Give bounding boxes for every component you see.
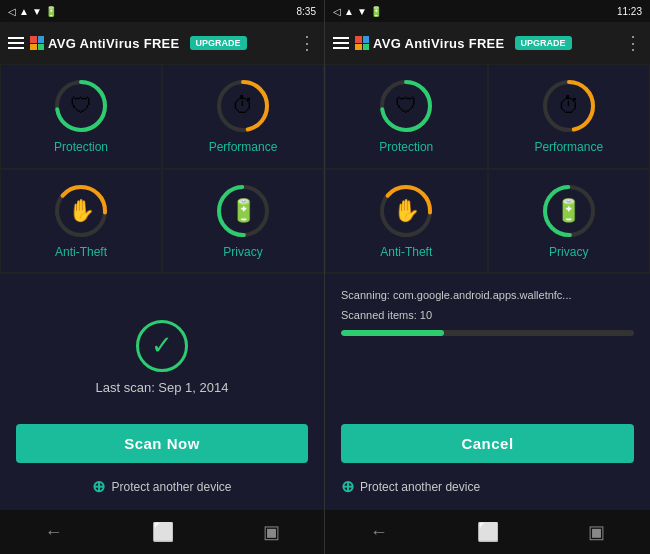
scanning-text1: Scanning: com.google.android.apps.wallet… — [341, 286, 634, 306]
scanning-info: Scanning: com.google.android.apps.wallet… — [325, 274, 650, 344]
antitheft-icon-left: ✋ — [68, 198, 95, 224]
avg-logo-right: AVG AntiVirus FREE — [355, 36, 505, 51]
grid-cell-protection-right[interactable]: 🛡 Protection — [325, 64, 488, 169]
protect-label-left: Protect another device — [111, 480, 231, 494]
antitheft-ring-left: ✋ — [53, 183, 109, 239]
back-arrow-status: ◁ — [8, 6, 16, 17]
avg-logo-squares-left — [30, 36, 44, 50]
scan-status-left: ✓ Last scan: Sep 1, 2014 — [96, 290, 229, 424]
performance-label-left: Performance — [209, 140, 278, 154]
protection-ring-right: 🛡 — [378, 78, 434, 134]
more-icon-left[interactable]: ⋮ — [298, 32, 316, 54]
performance-label-right: Performance — [534, 140, 603, 154]
grid-left: 🛡 Protection ⏱ Performance ✋ — [0, 64, 324, 274]
hamburger-menu-right[interactable] — [333, 37, 349, 49]
wifi-icon: ▲ — [19, 6, 29, 17]
app-title-left: AVG AntiVirus FREE — [48, 36, 180, 51]
avg-logo-left: AVG AntiVirus FREE — [30, 36, 180, 51]
performance-ring-left: ⏱ — [215, 78, 271, 134]
bottom-section-left: ✓ Last scan: Sep 1, 2014 Scan Now ⊕ Prot… — [0, 274, 324, 510]
nav-bar-right: ← ⬜ ▣ — [325, 510, 650, 554]
top-bar-left: AVG AntiVirus FREE UPGRADE ⋮ — [0, 22, 324, 64]
status-bar-left: ◁ ▲ ▼ 🔋 8:35 — [0, 0, 324, 22]
grid-cell-antitheft-left[interactable]: ✋ Anti-Theft — [0, 169, 162, 274]
app-title-right: AVG AntiVirus FREE — [373, 36, 505, 51]
grid-right: 🛡 Protection ⏱ Performance ✋ — [325, 64, 650, 274]
protection-label-right: Protection — [379, 140, 433, 154]
scanning-text2: Scanned items: 10 — [341, 306, 634, 326]
grid-cell-performance-left[interactable]: ⏱ Performance — [162, 64, 324, 169]
status-bar-right: ◁ ▲ ▼ 🔋 11:23 — [325, 0, 650, 22]
battery-icon: 🔋 — [45, 6, 57, 17]
hamburger-menu-left[interactable] — [8, 37, 24, 49]
last-scan-text: Last scan: Sep 1, 2014 — [96, 380, 229, 395]
signal-icon-right: ▼ — [357, 6, 367, 17]
upgrade-badge-left[interactable]: UPGRADE — [190, 36, 247, 50]
right-screen: ◁ ▲ ▼ 🔋 11:23 AVG AntiVirus FREE UPGRADE… — [325, 0, 650, 554]
antitheft-label-left: Anti-Theft — [55, 245, 107, 259]
grid-cell-antitheft-right[interactable]: ✋ Anti-Theft — [325, 169, 488, 274]
nav-back-right[interactable]: ← — [350, 514, 408, 551]
scan-progress-fill — [341, 330, 444, 336]
protection-ring-left: 🛡 — [53, 78, 109, 134]
battery-icon-right: 🔋 — [370, 6, 382, 17]
nav-home-right[interactable]: ⬜ — [457, 513, 519, 551]
status-time-right: 11:23 — [617, 6, 642, 17]
privacy-ring-left: 🔋 — [215, 183, 271, 239]
privacy-label-right: Privacy — [549, 245, 588, 259]
upgrade-badge-right[interactable]: UPGRADE — [515, 36, 572, 50]
checkmark-circle-left: ✓ — [136, 320, 188, 372]
performance-icon-right: ⏱ — [558, 93, 580, 119]
back-arrow-status-right: ◁ — [333, 6, 341, 17]
grid-cell-protection-left[interactable]: 🛡 Protection — [0, 64, 162, 169]
scan-now-button[interactable]: Scan Now — [16, 424, 308, 463]
grid-cell-privacy-left[interactable]: 🔋 Privacy — [162, 169, 324, 274]
antitheft-ring-right: ✋ — [378, 183, 434, 239]
plus-icon-right: ⊕ — [341, 477, 354, 496]
plus-icon-left: ⊕ — [92, 477, 105, 496]
scan-progress-bar — [341, 330, 634, 336]
scan-bottom-right: Cancel ⊕ Protect another device — [325, 344, 650, 510]
performance-ring-right: ⏱ — [541, 78, 597, 134]
signal-icon: ▼ — [32, 6, 42, 17]
nav-home-left[interactable]: ⬜ — [132, 513, 194, 551]
nav-recent-right[interactable]: ▣ — [568, 513, 625, 551]
time-right: 11:23 — [617, 6, 642, 17]
protect-another-right[interactable]: ⊕ Protect another device — [341, 471, 634, 502]
performance-icon-left: ⏱ — [232, 93, 254, 119]
privacy-label-left: Privacy — [223, 245, 262, 259]
wifi-icon-right: ▲ — [344, 6, 354, 17]
nav-back-left[interactable]: ← — [25, 514, 83, 551]
privacy-icon-left: 🔋 — [230, 198, 257, 224]
top-bar-right: AVG AntiVirus FREE UPGRADE ⋮ — [325, 22, 650, 64]
left-screen: ◁ ▲ ▼ 🔋 8:35 AVG AntiVirus FREE UPGRADE … — [0, 0, 325, 554]
grid-cell-performance-right[interactable]: ⏱ Performance — [488, 64, 651, 169]
protection-icon-right: 🛡 — [395, 93, 417, 119]
avg-logo-squares-right — [355, 36, 369, 50]
privacy-ring-right: 🔋 — [541, 183, 597, 239]
status-left-icons: ◁ ▲ ▼ 🔋 — [8, 6, 57, 17]
status-right-icons: ◁ ▲ ▼ 🔋 — [333, 6, 382, 17]
cancel-button[interactable]: Cancel — [341, 424, 634, 463]
protection-icon-left: 🛡 — [70, 93, 92, 119]
more-icon-right[interactable]: ⋮ — [624, 32, 642, 54]
time-left: 8:35 — [297, 6, 316, 17]
nav-bar-left: ← ⬜ ▣ — [0, 510, 324, 554]
privacy-icon-right: 🔋 — [555, 198, 582, 224]
protection-label-left: Protection — [54, 140, 108, 154]
grid-cell-privacy-right[interactable]: 🔋 Privacy — [488, 169, 651, 274]
status-time-left: 8:35 — [297, 6, 316, 17]
antitheft-icon-right: ✋ — [393, 198, 420, 224]
protect-another-left[interactable]: ⊕ Protect another device — [92, 471, 231, 502]
antitheft-label-right: Anti-Theft — [380, 245, 432, 259]
protect-label-right: Protect another device — [360, 480, 480, 494]
nav-recent-left[interactable]: ▣ — [243, 513, 300, 551]
